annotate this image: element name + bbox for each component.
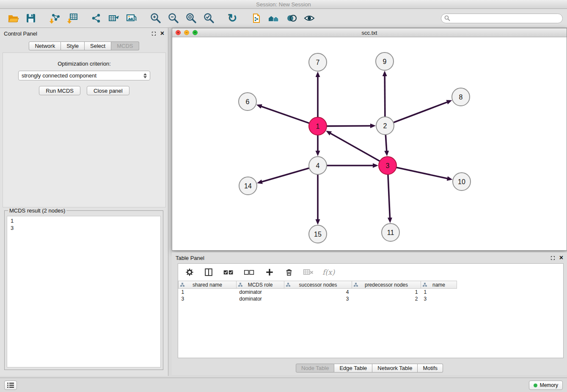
chevron-up-down-icon bbox=[143, 72, 147, 80]
window-zoom-button[interactable]: + bbox=[193, 30, 198, 35]
close-table-panel-icon[interactable]: × bbox=[559, 255, 563, 260]
cell-predecessor-nodes[interactable]: 1 bbox=[352, 289, 421, 295]
gear-icon bbox=[184, 267, 195, 277]
graph-edge-3-1[interactable] bbox=[330, 133, 380, 161]
search-input[interactable] bbox=[450, 15, 559, 21]
window-title: Session: New Session bbox=[256, 1, 311, 8]
network-graph[interactable]: 7968124314101511 bbox=[172, 37, 567, 250]
network-window: × − + scc.txt 7968124314101511 bbox=[172, 28, 567, 251]
network-share-icon bbox=[90, 12, 102, 24]
cell-name[interactable]: 3 bbox=[421, 295, 457, 302]
tab-style[interactable]: Style bbox=[61, 41, 85, 50]
cell-successor-nodes[interactable]: 4 bbox=[284, 289, 352, 295]
new-network-button[interactable] bbox=[87, 10, 105, 26]
graph-edge-1-2[interactable] bbox=[327, 126, 371, 126]
delete-table-button[interactable] bbox=[303, 264, 314, 280]
mcds-result-list[interactable]: 1 3 bbox=[7, 216, 161, 367]
table-settings-button[interactable] bbox=[184, 264, 195, 280]
search-icon bbox=[444, 15, 450, 21]
cell-shared-name[interactable]: 3 bbox=[179, 295, 237, 302]
zoom-in-button[interactable] bbox=[146, 10, 164, 26]
delete-column-button[interactable] bbox=[284, 264, 295, 280]
export-image-icon bbox=[126, 12, 138, 24]
graph-node-label-11: 11 bbox=[387, 229, 394, 236]
task-history-button[interactable] bbox=[4, 381, 17, 390]
function-builder-button[interactable]: f(x) bbox=[322, 268, 335, 276]
import-table-button[interactable] bbox=[63, 10, 81, 26]
show-hide-button[interactable] bbox=[300, 10, 318, 26]
cell-predecessor-nodes[interactable]: 2 bbox=[352, 295, 421, 302]
cell-mcds-role[interactable]: dominator bbox=[237, 295, 284, 302]
graph-edge-1-6[interactable] bbox=[261, 106, 309, 123]
tab-edge-table[interactable]: Edge Table bbox=[334, 364, 372, 373]
window-close-button[interactable]: × bbox=[176, 30, 181, 35]
cell-shared-name[interactable]: 1 bbox=[179, 289, 237, 295]
network-window-titlebar: × − + scc.txt bbox=[172, 28, 567, 37]
column-header-successor-nodes[interactable]: successor nodes bbox=[284, 281, 352, 289]
tab-mcds[interactable]: MCDS bbox=[111, 41, 139, 50]
zoom-selected-button[interactable] bbox=[200, 10, 217, 26]
column-header-predecessor-nodes[interactable]: predecessor nodes bbox=[352, 281, 421, 289]
graph-edge-4-14[interactable] bbox=[262, 168, 309, 182]
apply-style-button[interactable] bbox=[283, 10, 300, 26]
open-file-button[interactable] bbox=[4, 10, 22, 26]
memory-label: Memory bbox=[540, 382, 558, 388]
tab-node-table[interactable]: Node Table bbox=[296, 364, 335, 373]
first-neighbors-button[interactable] bbox=[265, 10, 283, 26]
float-panel-icon[interactable] bbox=[152, 32, 156, 36]
import-network-icon bbox=[49, 12, 61, 24]
run-mcds-button[interactable]: Run MCDS bbox=[39, 86, 80, 95]
cell-name[interactable]: 1 bbox=[421, 289, 457, 295]
window-minimize-button[interactable]: − bbox=[184, 30, 189, 35]
zoom-fit-icon bbox=[185, 12, 197, 24]
table-panel-tabs: Node Table Edge Table Network Table Moti… bbox=[172, 364, 567, 373]
create-column-button[interactable] bbox=[264, 264, 275, 280]
refresh-button[interactable]: ↻ bbox=[223, 10, 241, 26]
column-type-icon bbox=[238, 283, 242, 287]
show-hide-eye-icon bbox=[303, 12, 315, 24]
graph-edge-2-3[interactable] bbox=[385, 135, 387, 151]
show-column-panel-button[interactable] bbox=[203, 264, 214, 280]
graph-node-label-9: 9 bbox=[383, 58, 387, 65]
zoom-fit-button[interactable] bbox=[182, 10, 200, 26]
copy-network-button[interactable] bbox=[247, 10, 265, 26]
export-table-button[interactable] bbox=[105, 10, 123, 26]
select-all-rows-button[interactable] bbox=[222, 264, 235, 280]
table-panel-header: Table Panel × bbox=[172, 252, 567, 263]
node-table: shared name MCDS role successor nodes pr… bbox=[178, 281, 457, 302]
unchecked-boxes-icon bbox=[244, 268, 255, 277]
zoom-in-icon bbox=[149, 12, 161, 24]
table-row[interactable]: 3 dominator 3 2 3 bbox=[179, 295, 457, 302]
export-image-button[interactable] bbox=[123, 10, 140, 26]
memory-button[interactable]: Memory bbox=[529, 381, 563, 390]
column-type-icon bbox=[180, 283, 184, 287]
tab-network[interactable]: Network bbox=[29, 41, 61, 50]
graph-edge-2-8[interactable] bbox=[394, 102, 448, 122]
main-toolbar: ↻ bbox=[0, 9, 567, 28]
column-header-name[interactable]: name bbox=[421, 281, 457, 289]
deselect-all-rows-button[interactable] bbox=[243, 264, 256, 280]
graph-edge-3-11[interactable] bbox=[388, 174, 390, 218]
float-table-panel-icon[interactable] bbox=[551, 256, 555, 260]
apply-style-icon bbox=[286, 12, 297, 24]
column-header-shared-name[interactable]: shared name bbox=[179, 281, 237, 289]
mcds-tab-content: Optimization criterion: strongly connect… bbox=[3, 52, 166, 207]
graph-node-label-15: 15 bbox=[314, 231, 322, 238]
tab-network-table[interactable]: Network Table bbox=[372, 364, 418, 373]
tab-motifs[interactable]: Motifs bbox=[418, 364, 443, 373]
graph-edge-3-10[interactable] bbox=[396, 168, 448, 179]
cell-mcds-role[interactable]: dominator bbox=[237, 289, 284, 295]
graph-edge-2-9[interactable] bbox=[385, 76, 385, 117]
tab-select[interactable]: Select bbox=[85, 41, 111, 50]
optimization-dropdown[interactable]: strongly connected component bbox=[18, 71, 150, 80]
graph-node-label-7: 7 bbox=[316, 59, 320, 66]
close-panel-button[interactable]: Close panel bbox=[87, 86, 129, 95]
save-session-button[interactable] bbox=[22, 10, 40, 26]
refresh-icon: ↻ bbox=[228, 13, 237, 24]
close-panel-icon[interactable]: × bbox=[160, 31, 164, 36]
cell-successor-nodes[interactable]: 3 bbox=[284, 295, 352, 302]
zoom-out-button[interactable] bbox=[164, 10, 182, 26]
column-header-mcds-role[interactable]: MCDS role bbox=[237, 281, 284, 289]
import-network-button[interactable] bbox=[46, 10, 63, 26]
table-row[interactable]: 1 dominator 4 1 1 bbox=[179, 289, 457, 295]
